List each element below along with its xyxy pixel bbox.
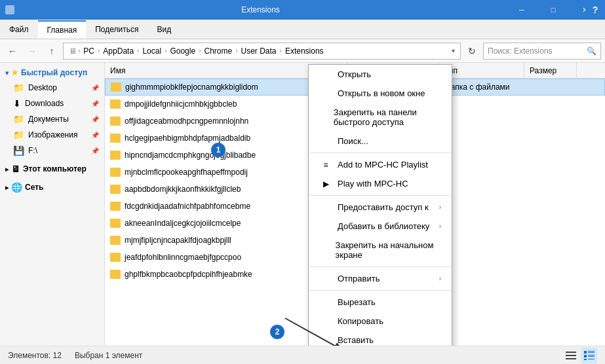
context-menu: Открыть Открыть в новом окне Закрепить н… bbox=[308, 64, 452, 346]
ctx-item-send[interactable]: Отправить › bbox=[309, 269, 452, 288]
forward-button[interactable]: → bbox=[24, 43, 41, 60]
window-icon bbox=[5, 5, 14, 14]
minimize-button[interactable]: ─ bbox=[507, 0, 537, 20]
folder-icon bbox=[110, 202, 121, 211]
main-layout: ▾ ★ Быстрый доступ 📁 Desktop 📌 ⬇ Downloa… bbox=[0, 63, 605, 346]
view-details-button[interactable] bbox=[563, 348, 579, 363]
svg-rect-5 bbox=[584, 351, 587, 354]
file-name-5: mjnbclmflcpookeapghfhapeffmpodij bbox=[125, 168, 248, 177]
file-name-9: mjmjfipljcnjncapaklfdjoagkbpjlll bbox=[125, 236, 231, 245]
ctx-item-open-new-window[interactable]: Открыть в новом окне bbox=[309, 84, 452, 103]
address-dropdown-arrow[interactable]: ▾ bbox=[452, 47, 455, 54]
view-list-button[interactable] bbox=[581, 348, 597, 363]
ctx-sep-4 bbox=[309, 290, 452, 291]
ctx-item-mpc-add[interactable]: ≡ Add to MPC-HC Playlist bbox=[309, 155, 452, 174]
sidebar-item-f-label: F:\ bbox=[28, 146, 37, 155]
breadcrumb-part-chrome[interactable]: Chrome bbox=[202, 46, 234, 56]
annotation-1: 1 bbox=[211, 143, 225, 157]
search-box[interactable]: Поиск: Extensions 🔍 bbox=[483, 43, 601, 60]
file-type-cell-0: Папка с файлами bbox=[440, 82, 525, 92]
back-button[interactable]: ← bbox=[4, 43, 21, 60]
file-list-area: Имя Дата изменения Тип Размер gighmmmpio… bbox=[105, 63, 605, 346]
sidebar-item-images-label: Изображения bbox=[28, 130, 77, 139]
breadcrumb-part-userdata[interactable]: User Data bbox=[239, 46, 279, 56]
sidebar-item-downloads-label: Downloads bbox=[25, 99, 64, 108]
ctx-item-copy[interactable]: Копировать bbox=[309, 312, 452, 331]
folder-icon bbox=[110, 236, 121, 245]
svg-rect-6 bbox=[588, 351, 595, 352]
ctx-item-search[interactable]: Поиск... bbox=[309, 132, 452, 151]
annotation-2: 2 bbox=[270, 325, 284, 339]
file-name-8: akneeanIndaljcegkcjojoiilcmcelpe bbox=[125, 219, 241, 228]
file-name-10: jeafdpfohlbnlinncgmaebjfgpccpoo bbox=[125, 253, 241, 262]
ctx-item-cut[interactable]: Вырезать bbox=[309, 293, 452, 312]
pc-icon: 🖥 bbox=[69, 46, 77, 56]
sidebar-item-desktop[interactable]: 📁 Desktop 📌 bbox=[0, 80, 104, 96]
ctx-item-pin-start[interactable]: Закрепить на начальном экране bbox=[309, 236, 452, 264]
ctx-item-paste[interactable]: Вставить bbox=[309, 331, 452, 346]
svg-rect-10 bbox=[588, 356, 595, 357]
folder-icon-img: 📁 bbox=[13, 130, 24, 140]
sidebar-network[interactable]: ▸ 🌐 Сеть bbox=[0, 179, 104, 195]
folder-icon bbox=[110, 253, 121, 262]
file-name-3: hclgegipaehbigmbhdpfapmjadbaldib bbox=[125, 134, 250, 143]
sidebar-item-desktop-label: Desktop bbox=[28, 83, 57, 92]
svg-rect-4 bbox=[566, 358, 576, 359]
sidebar-thispc[interactable]: ▸ 🖥 Этот компьютер bbox=[0, 161, 104, 177]
ctx-item-open[interactable]: Открыть bbox=[309, 65, 452, 84]
ctx-item-library[interactable]: Добавить в библиотеку › bbox=[309, 217, 452, 236]
sidebar-item-downloads[interactable]: ⬇ Downloads 📌 bbox=[0, 96, 104, 111]
tab-file[interactable]: Файл bbox=[0, 21, 38, 38]
col-header-size[interactable]: Размер bbox=[524, 63, 577, 79]
breadcrumb-part-appdata[interactable]: AppData bbox=[101, 46, 136, 56]
title-bar: Extensions ─ □ ✕ ? bbox=[0, 0, 605, 20]
up-button[interactable]: ↑ bbox=[43, 43, 60, 60]
folder-icon bbox=[110, 151, 121, 160]
svg-rect-3 bbox=[566, 355, 576, 356]
tab-home[interactable]: Главная bbox=[38, 20, 87, 39]
sidebar: ▾ ★ Быстрый доступ 📁 Desktop 📌 ⬇ Downloa… bbox=[0, 63, 105, 346]
ribbon: Файл Главная Поделиться Вид bbox=[0, 20, 605, 39]
chevron-pc-icon: ▸ bbox=[5, 166, 9, 173]
ctx-arrow-share: › bbox=[439, 204, 441, 211]
folder-icon bbox=[110, 100, 121, 109]
pin-icon-downloads: 📌 bbox=[91, 100, 99, 107]
refresh-button[interactable]: ↻ bbox=[463, 43, 480, 60]
ctx-item-share[interactable]: Предоставить доступ к › bbox=[309, 198, 452, 217]
svg-rect-9 bbox=[588, 355, 595, 355]
pc-sidebar-icon: 🖥 bbox=[11, 164, 20, 174]
ctx-sep-3 bbox=[309, 266, 452, 267]
sidebar-item-images[interactable]: 📁 Изображения 📌 bbox=[0, 127, 104, 143]
drive-icon: 💾 bbox=[13, 145, 24, 156]
mpc-play-icon: ▶ bbox=[319, 179, 332, 189]
view-controls bbox=[563, 348, 597, 363]
pin-icon-img: 📌 bbox=[91, 132, 99, 139]
sidebar-item-f[interactable]: 💾 F:\ 📌 bbox=[0, 143, 104, 158]
svg-rect-12 bbox=[588, 359, 595, 359]
star-icon: ★ bbox=[11, 68, 18, 77]
quick-access-label: Быстрый доступ bbox=[21, 68, 87, 77]
sidebar-item-documents[interactable]: 📁 Документы 📌 bbox=[0, 111, 104, 127]
file-name-6: aapbdbdomjkkjkaonfhkkikfgjllcleb bbox=[125, 185, 241, 194]
breadcrumb-part-pc[interactable]: PC bbox=[81, 46, 96, 56]
ctx-item-pin-quick[interactable]: Закрепить на панели быстрого доступа bbox=[309, 103, 452, 132]
address-bar-row: ← → ↑ 🖥 › PC › AppData › Local › Google … bbox=[0, 39, 605, 63]
ctx-arrow-send: › bbox=[439, 275, 441, 282]
breadcrumb-part-google[interactable]: Google bbox=[168, 46, 197, 56]
pin-icon-f: 📌 bbox=[91, 147, 99, 155]
selected-count: Выбран 1 элемент bbox=[75, 351, 142, 360]
ctx-item-mpc-play[interactable]: ▶ Play with MPC-HC bbox=[309, 174, 452, 193]
breadcrumb-part-local[interactable]: Local bbox=[140, 46, 163, 56]
maximize-button[interactable]: □ bbox=[538, 0, 568, 20]
breadcrumb: 🖥 › PC › AppData › Local › Google › Chro… bbox=[69, 46, 326, 56]
tab-share[interactable]: Поделиться bbox=[86, 21, 147, 38]
breadcrumb-part-extensions[interactable]: Extensions bbox=[283, 46, 326, 56]
tab-view[interactable]: Вид bbox=[147, 21, 180, 38]
sidebar-quick-access[interactable]: ▾ ★ Быстрый доступ bbox=[0, 65, 104, 80]
chevron-icon: ▾ bbox=[5, 69, 9, 77]
search-icon[interactable]: 🔍 bbox=[587, 46, 596, 56]
title-bar-icons bbox=[5, 5, 14, 14]
address-box[interactable]: 🖥 › PC › AppData › Local › Google › Chro… bbox=[63, 43, 461, 60]
help-button[interactable]: ? bbox=[585, 0, 605, 20]
file-name-2: offjidagceabmodhpcngpemnnlojnhn bbox=[125, 117, 248, 126]
